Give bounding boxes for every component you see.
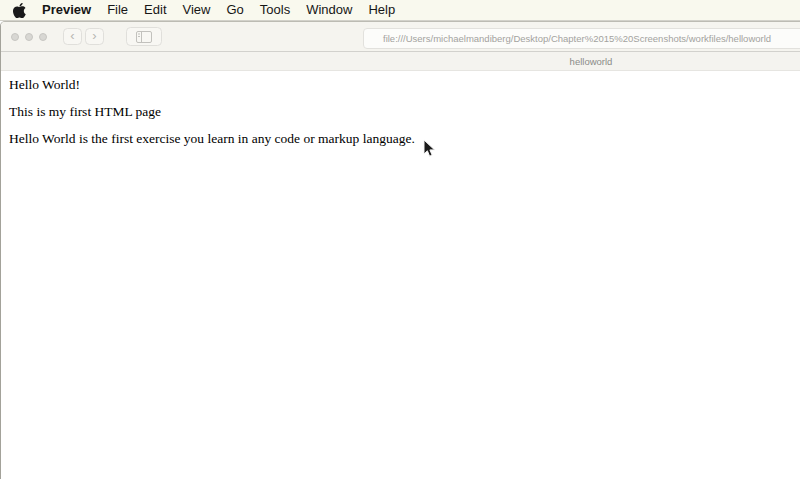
url-text: file:///Users/michaelmandiberg/Desktop/C… — [383, 33, 771, 44]
apple-menu[interactable] — [13, 3, 26, 18]
mouse-cursor-icon — [423, 139, 436, 158]
paragraph-first-page: This is my first HTML page — [9, 104, 800, 120]
url-field[interactable]: file:///Users/michaelmandiberg/Desktop/C… — [363, 28, 800, 49]
nav-buttons: ‹ › — [63, 28, 104, 45]
tab-title: helloworld — [570, 56, 613, 67]
browser-window: ‹ › file:///Users/michaelmandiberg/Deskt… — [0, 21, 800, 479]
menu-item-go[interactable]: Go — [218, 0, 251, 20]
minimize-window-button[interactable] — [25, 33, 33, 41]
menu-item-preview[interactable]: Preview — [34, 0, 99, 20]
tab-bar[interactable]: helloworld — [1, 52, 800, 71]
sidebar-toggle-button[interactable] — [126, 27, 162, 46]
menu-item-edit[interactable]: Edit — [136, 0, 174, 20]
toolbar: ‹ › file:///Users/michaelmandiberg/Deskt… — [1, 22, 800, 52]
paragraph-exercise: Hello World is the first exercise you le… — [9, 131, 800, 147]
paragraph-hello-world: Hello World! — [9, 77, 800, 93]
chevron-left-icon: ‹ — [70, 29, 74, 42]
sidebar-icon — [136, 31, 152, 43]
chevron-right-icon: › — [92, 29, 96, 42]
menubar: Preview File Edit View Go Tools Window H… — [0, 0, 800, 21]
close-window-button[interactable] — [11, 33, 19, 41]
zoom-window-button[interactable] — [39, 33, 47, 41]
apple-logo-icon — [13, 3, 26, 18]
menu-item-tools[interactable]: Tools — [252, 0, 298, 20]
menu-item-file[interactable]: File — [99, 0, 136, 20]
menu-item-help[interactable]: Help — [360, 0, 403, 20]
menu-item-window[interactable]: Window — [298, 0, 360, 20]
forward-button[interactable]: › — [85, 28, 104, 45]
window-controls — [11, 33, 47, 41]
back-button[interactable]: ‹ — [63, 28, 82, 45]
menu-item-view[interactable]: View — [175, 0, 219, 20]
page-content: Hello World! This is my first HTML page … — [1, 71, 800, 147]
